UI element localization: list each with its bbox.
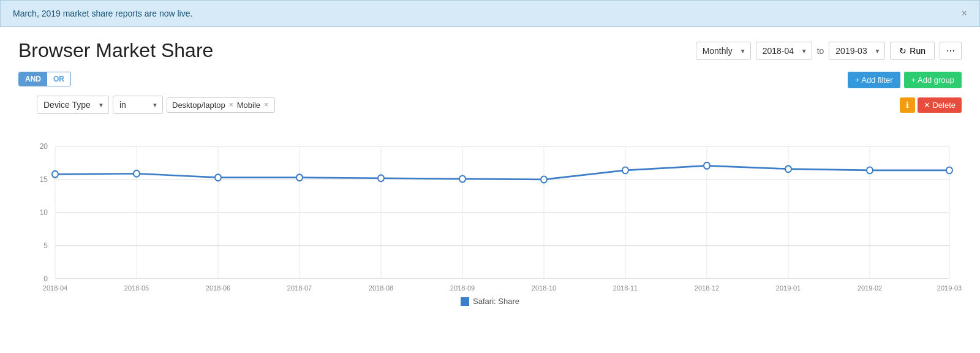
filter-operator-select-wrapper: in not in equals	[113, 96, 163, 114]
svg-text:2018-05: 2018-05	[124, 284, 149, 291]
svg-text:2019-01: 2019-01	[776, 284, 801, 291]
filter-condition-group: Device Type Browser OS in not in equals …	[37, 96, 275, 114]
filter-right: + Add filter + Add group	[848, 72, 962, 88]
more-button[interactable]: ⋯	[940, 42, 962, 60]
banner-close-button[interactable]: ×	[962, 8, 967, 19]
main-content: Browser Market Share Monthly Weekly Dail…	[0, 27, 980, 318]
notification-banner: March, 2019 market share reports are now…	[0, 0, 980, 27]
tag-mobile: Mobile ×	[237, 101, 270, 110]
add-filter-button[interactable]: + Add filter	[848, 72, 900, 88]
frequency-select[interactable]: Monthly Weekly Daily	[696, 42, 751, 60]
frequency-select-wrapper: Monthly Weekly Daily	[696, 42, 751, 60]
svg-text:0: 0	[43, 274, 48, 283]
and-button[interactable]: AND	[19, 72, 47, 86]
svg-point-34	[52, 171, 58, 178]
svg-text:2018-06: 2018-06	[206, 284, 230, 291]
svg-point-38	[378, 175, 384, 181]
svg-text:10: 10	[40, 208, 48, 218]
filter-field-select[interactable]: Device Type Browser OS	[37, 96, 109, 114]
tag-mobile-remove[interactable]: ×	[263, 101, 270, 109]
svg-text:2018-11: 2018-11	[613, 284, 638, 291]
header-row: Browser Market Share Monthly Weekly Dail…	[18, 39, 962, 62]
tag-mobile-label: Mobile	[237, 101, 260, 110]
legend-color-swatch	[461, 297, 469, 306]
to-label: to	[817, 46, 824, 56]
svg-text:5: 5	[43, 241, 48, 251]
controls-group: Monthly Weekly Daily 2018-04 2018-05 201…	[696, 42, 962, 60]
svg-point-44	[867, 167, 873, 173]
svg-point-40	[541, 176, 547, 183]
info-button[interactable]: ℹ	[900, 97, 915, 113]
chart-legend: Safari: Share	[18, 297, 962, 306]
svg-point-35	[134, 170, 140, 177]
banner-message: March, 2019 market share reports are now…	[13, 9, 192, 18]
svg-point-41	[622, 167, 628, 173]
date-from-select[interactable]: 2018-04 2018-05 2018-06 2018-07 2018-08 …	[756, 42, 812, 60]
delete-button[interactable]: ✕ Delete	[918, 97, 962, 113]
legend-label: Safari: Share	[473, 297, 519, 306]
and-or-group: AND OR	[18, 72, 71, 86]
svg-point-42	[704, 162, 710, 169]
add-group-button[interactable]: + Add group	[904, 72, 962, 88]
date-from-select-wrapper: 2018-04 2018-05 2018-06 2018-07 2018-08 …	[756, 42, 812, 60]
svg-point-39	[459, 175, 466, 182]
page-title: Browser Market Share	[18, 39, 213, 62]
tag-desktop: Desktop/laptop ×	[172, 101, 235, 110]
svg-text:2018-12: 2018-12	[695, 284, 719, 291]
svg-point-45	[946, 167, 952, 173]
date-to-select-wrapper: 2018-04 2018-05 2018-06 2018-07 2018-08 …	[829, 42, 885, 60]
svg-text:2018-10: 2018-10	[532, 284, 556, 291]
line-chart: 0 5 10 15 20 2018-04 2018-05 2018-06 2	[18, 120, 962, 292]
filter-operator-select[interactable]: in not in equals	[113, 96, 163, 114]
svg-text:2019-03: 2019-03	[937, 284, 962, 291]
svg-text:2018-08: 2018-08	[369, 284, 393, 291]
refresh-icon: ↻	[899, 46, 907, 56]
date-to-select[interactable]: 2018-04 2018-05 2018-06 2018-07 2018-08 …	[829, 42, 885, 60]
filter-actions-right: ℹ ✕ Delete	[900, 97, 962, 113]
filter-values: Desktop/laptop × Mobile ×	[167, 97, 275, 113]
svg-point-43	[785, 165, 791, 172]
svg-point-37	[296, 174, 303, 181]
svg-point-36	[215, 174, 221, 181]
svg-text:2018-07: 2018-07	[287, 284, 312, 291]
svg-text:2018-09: 2018-09	[450, 284, 475, 291]
filter-field-select-wrapper: Device Type Browser OS	[37, 96, 109, 114]
filter-left: AND OR	[18, 72, 71, 86]
svg-text:20: 20	[40, 142, 48, 151]
svg-text:2019-02: 2019-02	[858, 284, 882, 291]
chart-area: 0 5 10 15 20 2018-04 2018-05 2018-06 2	[18, 120, 962, 292]
svg-text:2018-04: 2018-04	[43, 284, 68, 291]
filter-row: AND OR + Add filter + Add group	[18, 72, 962, 88]
run-label: Run	[910, 46, 925, 56]
svg-text:15: 15	[40, 175, 48, 184]
tag-desktop-label: Desktop/laptop	[172, 101, 225, 110]
filter-condition-row: Device Type Browser OS in not in equals …	[18, 96, 962, 114]
run-button[interactable]: ↻ Run	[890, 42, 935, 60]
or-button[interactable]: OR	[47, 72, 70, 86]
tag-desktop-remove[interactable]: ×	[228, 101, 235, 109]
